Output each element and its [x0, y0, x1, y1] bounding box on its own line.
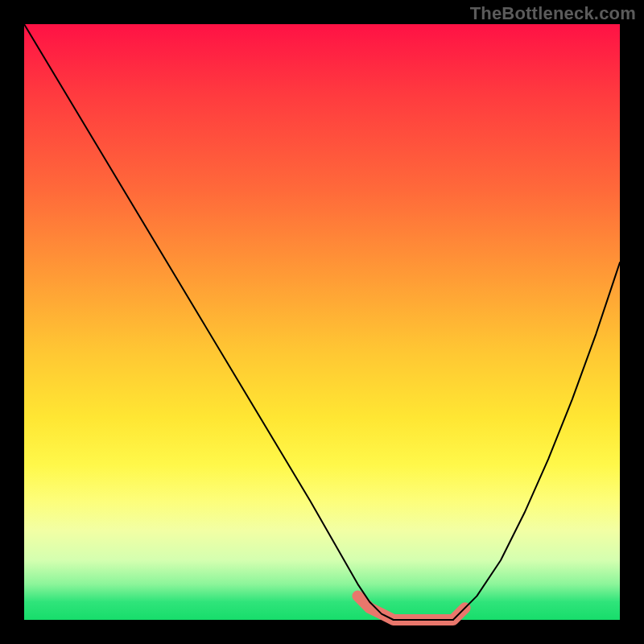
watermark-text: TheBottleneck.com: [470, 3, 636, 24]
left-curve: [24, 24, 394, 620]
right-curve: [453, 262, 620, 620]
plot-area: [24, 24, 620, 620]
optimum-highlight: [357, 596, 464, 620]
chart-frame: TheBottleneck.com: [0, 0, 644, 644]
curve-layer: [24, 24, 620, 620]
